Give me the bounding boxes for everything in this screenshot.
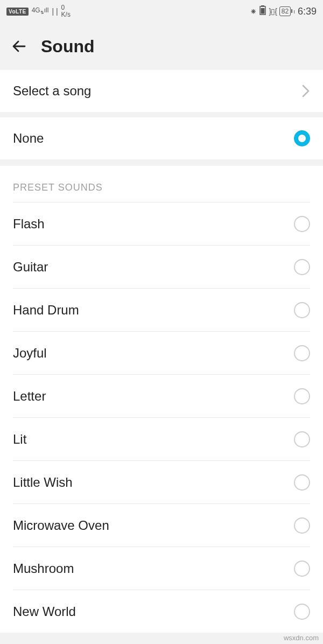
none-label: None <box>13 131 44 146</box>
radio-icon <box>294 259 310 275</box>
radio-icon <box>294 388 310 404</box>
radio-icon <box>294 517 310 534</box>
preset-label: Joyful <box>13 346 47 361</box>
svg-rect-2 <box>261 8 265 14</box>
preset-sounds-header: PRESET SOUNDS <box>0 182 323 202</box>
status-left: VoLTE 4G⇅ıll | | 0 K/s <box>6 4 71 18</box>
preset-label: Letter <box>13 389 46 404</box>
volte-badge: VoLTE <box>6 8 29 16</box>
battery-icon <box>259 5 266 17</box>
page-title: Sound <box>41 37 95 57</box>
preset-label: Little Wish <box>13 475 73 490</box>
radio-selected-icon <box>294 130 310 146</box>
radio-icon <box>294 431 310 447</box>
preset-sounds-section: PRESET SOUNDS Flash Guitar Hand Drum Joy… <box>0 166 323 633</box>
battery-percent: 82 <box>279 6 291 16</box>
radio-icon <box>294 604 310 620</box>
chevron-right-icon <box>301 84 310 98</box>
preset-row-hand-drum[interactable]: Hand Drum <box>13 288 310 331</box>
preset-label: New World <box>13 604 76 619</box>
preset-list: Flash Guitar Hand Drum Joyful Letter Lit… <box>0 202 323 633</box>
radio-icon <box>294 345 310 361</box>
vibrate-icon: }▯{ <box>269 7 276 16</box>
status-bar: VoLTE 4G⇅ıll | | 0 K/s ⁕ }▯{ 82 ı 6:39 <box>0 0 323 23</box>
radio-icon <box>294 474 310 491</box>
signal-bars-icon: | | <box>52 7 58 16</box>
back-button[interactable] <box>10 37 29 56</box>
preset-row-letter[interactable]: Letter <box>13 374 310 417</box>
clock: 6:39 <box>298 6 317 17</box>
bluetooth-icon: ⁕ <box>250 6 257 17</box>
none-row[interactable]: None <box>0 117 323 159</box>
preset-row-mushroom[interactable]: Mushroom <box>13 547 310 590</box>
network-speed: 0 K/s <box>61 4 71 18</box>
battery-small-icon: ı <box>293 9 295 15</box>
back-arrow-icon <box>11 38 28 55</box>
select-song-row[interactable]: Select a song <box>0 70 323 112</box>
select-song-label: Select a song <box>13 83 91 99</box>
preset-label: Flash <box>13 216 45 232</box>
preset-row-little-wish[interactable]: Little Wish <box>13 460 310 503</box>
preset-label: Hand Drum <box>13 303 79 318</box>
preset-row-joyful[interactable]: Joyful <box>13 331 310 374</box>
header: Sound <box>0 23 323 70</box>
preset-row-guitar[interactable]: Guitar <box>13 245 310 288</box>
preset-label: Lit <box>13 432 26 447</box>
preset-label: Guitar <box>13 260 48 275</box>
preset-row-lit[interactable]: Lit <box>13 417 310 460</box>
radio-icon <box>294 561 310 577</box>
status-right: ⁕ }▯{ 82 ı 6:39 <box>250 5 317 17</box>
radio-icon <box>294 216 310 232</box>
preset-label: Microwave Oven <box>13 518 109 533</box>
preset-row-microwave-oven[interactable]: Microwave Oven <box>13 503 310 547</box>
preset-row-flash[interactable]: Flash <box>13 202 310 245</box>
network-type: 4G⇅ıll <box>32 7 49 15</box>
watermark: wsxdn.com <box>284 634 319 642</box>
radio-icon <box>294 302 310 318</box>
preset-row-new-world[interactable]: New World <box>13 590 310 633</box>
preset-label: Mushroom <box>13 561 74 576</box>
